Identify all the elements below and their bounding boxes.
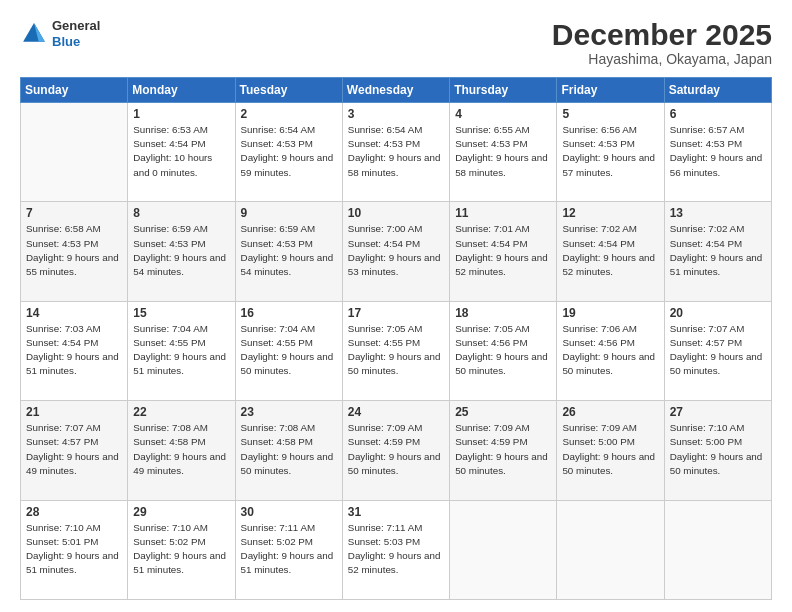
sub-title: Hayashima, Okayama, Japan: [552, 51, 772, 67]
calendar-day-cell: 12Sunrise: 7:02 AMSunset: 4:54 PMDayligh…: [557, 202, 664, 301]
calendar-day-cell: 28Sunrise: 7:10 AMSunset: 5:01 PMDayligh…: [21, 500, 128, 599]
logo-icon: [20, 20, 48, 48]
day-info: Sunrise: 7:02 AMSunset: 4:54 PMDaylight:…: [562, 222, 658, 279]
day-number: 21: [26, 405, 122, 419]
calendar-day-cell: 30Sunrise: 7:11 AMSunset: 5:02 PMDayligh…: [235, 500, 342, 599]
calendar-day-cell: 15Sunrise: 7:04 AMSunset: 4:55 PMDayligh…: [128, 301, 235, 400]
calendar-day-cell: 5Sunrise: 6:56 AMSunset: 4:53 PMDaylight…: [557, 103, 664, 202]
day-number: 16: [241, 306, 337, 320]
calendar-day-cell: 20Sunrise: 7:07 AMSunset: 4:57 PMDayligh…: [664, 301, 771, 400]
day-number: 31: [348, 505, 444, 519]
day-info: Sunrise: 7:10 AMSunset: 5:00 PMDaylight:…: [670, 421, 766, 478]
calendar-day-cell: 1Sunrise: 6:53 AMSunset: 4:54 PMDaylight…: [128, 103, 235, 202]
calendar-day-cell: [557, 500, 664, 599]
day-number: 26: [562, 405, 658, 419]
day-number: 3: [348, 107, 444, 121]
calendar-day-cell: 21Sunrise: 7:07 AMSunset: 4:57 PMDayligh…: [21, 401, 128, 500]
calendar-day-cell: [21, 103, 128, 202]
calendar-day-cell: 18Sunrise: 7:05 AMSunset: 4:56 PMDayligh…: [450, 301, 557, 400]
day-number: 12: [562, 206, 658, 220]
day-info: Sunrise: 6:53 AMSunset: 4:54 PMDaylight:…: [133, 123, 229, 180]
day-number: 28: [26, 505, 122, 519]
day-info: Sunrise: 6:54 AMSunset: 4:53 PMDaylight:…: [241, 123, 337, 180]
day-info: Sunrise: 7:09 AMSunset: 4:59 PMDaylight:…: [455, 421, 551, 478]
calendar-day-cell: 8Sunrise: 6:59 AMSunset: 4:53 PMDaylight…: [128, 202, 235, 301]
day-number: 27: [670, 405, 766, 419]
main-title: December 2025: [552, 18, 772, 51]
logo-text: General Blue: [52, 18, 100, 49]
page: General Blue December 2025 Hayashima, Ok…: [0, 0, 792, 612]
day-number: 20: [670, 306, 766, 320]
calendar-day-cell: 22Sunrise: 7:08 AMSunset: 4:58 PMDayligh…: [128, 401, 235, 500]
calendar-day-cell: 3Sunrise: 6:54 AMSunset: 4:53 PMDaylight…: [342, 103, 449, 202]
day-info: Sunrise: 7:01 AMSunset: 4:54 PMDaylight:…: [455, 222, 551, 279]
calendar-day-cell: 26Sunrise: 7:09 AMSunset: 5:00 PMDayligh…: [557, 401, 664, 500]
day-number: 13: [670, 206, 766, 220]
day-info: Sunrise: 7:09 AMSunset: 5:00 PMDaylight:…: [562, 421, 658, 478]
day-number: 14: [26, 306, 122, 320]
day-info: Sunrise: 7:04 AMSunset: 4:55 PMDaylight:…: [241, 322, 337, 379]
calendar-week-row: 1Sunrise: 6:53 AMSunset: 4:54 PMDaylight…: [21, 103, 772, 202]
day-of-week-header: Saturday: [664, 78, 771, 103]
day-info: Sunrise: 7:09 AMSunset: 4:59 PMDaylight:…: [348, 421, 444, 478]
day-number: 11: [455, 206, 551, 220]
calendar-day-cell: 2Sunrise: 6:54 AMSunset: 4:53 PMDaylight…: [235, 103, 342, 202]
calendar-day-cell: 7Sunrise: 6:58 AMSunset: 4:53 PMDaylight…: [21, 202, 128, 301]
day-info: Sunrise: 6:57 AMSunset: 4:53 PMDaylight:…: [670, 123, 766, 180]
day-info: Sunrise: 6:59 AMSunset: 4:53 PMDaylight:…: [241, 222, 337, 279]
day-info: Sunrise: 6:55 AMSunset: 4:53 PMDaylight:…: [455, 123, 551, 180]
day-info: Sunrise: 6:58 AMSunset: 4:53 PMDaylight:…: [26, 222, 122, 279]
day-number: 7: [26, 206, 122, 220]
day-number: 29: [133, 505, 229, 519]
calendar-day-cell: 6Sunrise: 6:57 AMSunset: 4:53 PMDaylight…: [664, 103, 771, 202]
day-number: 19: [562, 306, 658, 320]
day-number: 2: [241, 107, 337, 121]
day-info: Sunrise: 6:56 AMSunset: 4:53 PMDaylight:…: [562, 123, 658, 180]
calendar-day-cell: 13Sunrise: 7:02 AMSunset: 4:54 PMDayligh…: [664, 202, 771, 301]
calendar-day-cell: 19Sunrise: 7:06 AMSunset: 4:56 PMDayligh…: [557, 301, 664, 400]
day-info: Sunrise: 7:00 AMSunset: 4:54 PMDaylight:…: [348, 222, 444, 279]
day-number: 15: [133, 306, 229, 320]
logo-blue: Blue: [52, 34, 100, 50]
day-info: Sunrise: 7:02 AMSunset: 4:54 PMDaylight:…: [670, 222, 766, 279]
calendar-day-cell: 9Sunrise: 6:59 AMSunset: 4:53 PMDaylight…: [235, 202, 342, 301]
day-info: Sunrise: 6:54 AMSunset: 4:53 PMDaylight:…: [348, 123, 444, 180]
day-number: 5: [562, 107, 658, 121]
day-number: 4: [455, 107, 551, 121]
day-number: 1: [133, 107, 229, 121]
calendar-day-cell: 4Sunrise: 6:55 AMSunset: 4:53 PMDaylight…: [450, 103, 557, 202]
day-info: Sunrise: 7:05 AMSunset: 4:55 PMDaylight:…: [348, 322, 444, 379]
header: General Blue December 2025 Hayashima, Ok…: [20, 18, 772, 67]
day-info: Sunrise: 7:06 AMSunset: 4:56 PMDaylight:…: [562, 322, 658, 379]
day-info: Sunrise: 7:11 AMSunset: 5:03 PMDaylight:…: [348, 521, 444, 578]
day-number: 17: [348, 306, 444, 320]
day-info: Sunrise: 7:05 AMSunset: 4:56 PMDaylight:…: [455, 322, 551, 379]
day-of-week-header: Tuesday: [235, 78, 342, 103]
day-info: Sunrise: 7:03 AMSunset: 4:54 PMDaylight:…: [26, 322, 122, 379]
day-number: 18: [455, 306, 551, 320]
day-number: 10: [348, 206, 444, 220]
day-of-week-header: Friday: [557, 78, 664, 103]
day-of-week-header: Monday: [128, 78, 235, 103]
day-info: Sunrise: 7:07 AMSunset: 4:57 PMDaylight:…: [670, 322, 766, 379]
calendar-day-cell: [450, 500, 557, 599]
calendar-day-cell: 27Sunrise: 7:10 AMSunset: 5:00 PMDayligh…: [664, 401, 771, 500]
day-info: Sunrise: 7:08 AMSunset: 4:58 PMDaylight:…: [241, 421, 337, 478]
calendar-header-row: SundayMondayTuesdayWednesdayThursdayFrid…: [21, 78, 772, 103]
calendar-day-cell: 29Sunrise: 7:10 AMSunset: 5:02 PMDayligh…: [128, 500, 235, 599]
day-info: Sunrise: 7:04 AMSunset: 4:55 PMDaylight:…: [133, 322, 229, 379]
day-info: Sunrise: 7:08 AMSunset: 4:58 PMDaylight:…: [133, 421, 229, 478]
calendar-day-cell: 17Sunrise: 7:05 AMSunset: 4:55 PMDayligh…: [342, 301, 449, 400]
day-number: 25: [455, 405, 551, 419]
day-number: 23: [241, 405, 337, 419]
day-number: 24: [348, 405, 444, 419]
calendar-week-row: 28Sunrise: 7:10 AMSunset: 5:01 PMDayligh…: [21, 500, 772, 599]
day-info: Sunrise: 7:10 AMSunset: 5:01 PMDaylight:…: [26, 521, 122, 578]
day-of-week-header: Thursday: [450, 78, 557, 103]
calendar-day-cell: 10Sunrise: 7:00 AMSunset: 4:54 PMDayligh…: [342, 202, 449, 301]
logo: General Blue: [20, 18, 100, 49]
day-info: Sunrise: 6:59 AMSunset: 4:53 PMDaylight:…: [133, 222, 229, 279]
calendar-day-cell: [664, 500, 771, 599]
calendar-day-cell: 14Sunrise: 7:03 AMSunset: 4:54 PMDayligh…: [21, 301, 128, 400]
day-info: Sunrise: 7:07 AMSunset: 4:57 PMDaylight:…: [26, 421, 122, 478]
